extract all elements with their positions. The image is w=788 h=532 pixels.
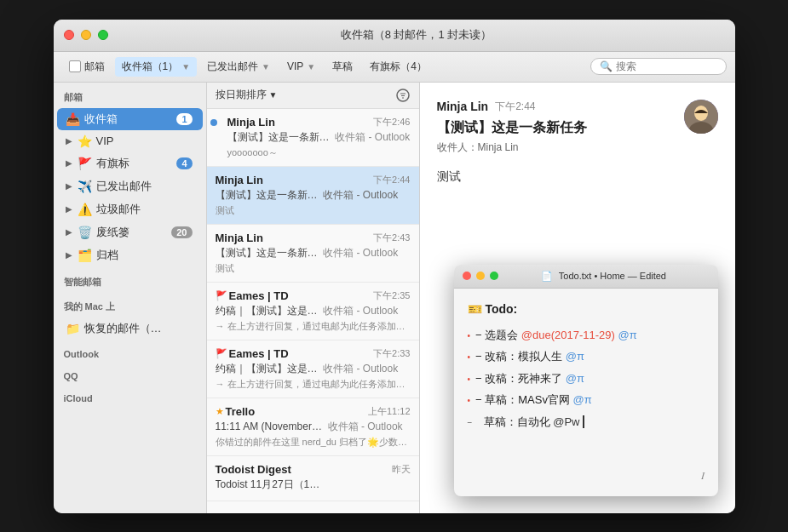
todo-tag-3: @π — [573, 393, 592, 406]
inbox-tab-button[interactable]: 收件箱（1） ▼ — [115, 57, 198, 77]
email-time-0: 下午2:46 — [373, 116, 410, 129]
sent-button[interactable]: 已发出邮件 ▼ — [200, 57, 277, 77]
draft-button[interactable]: 草稿 — [325, 57, 359, 77]
todo-text-2: − 改稿：死神来了 @π — [475, 369, 584, 388]
vip-button[interactable]: VIP ▼ — [280, 58, 322, 75]
flag-indicator-4: 🚩 — [216, 348, 227, 359]
todo-title: 🎫 Todo: — [468, 299, 705, 320]
floating-title-text: Todo.txt • Home — Edited — [559, 271, 666, 281]
email-item-1[interactable]: Minja Lin 下午2:44 【测试】这是一条新… 收件箱 - Outloo… — [207, 167, 419, 225]
junk-disclosure-icon: ▶ — [66, 204, 72, 214]
todo-bullet-3: • — [468, 393, 471, 409]
sent-label: 已发出邮件 — [207, 60, 258, 74]
floating-titlebar: 📄 Todo.txt • Home — Edited — [454, 265, 718, 289]
vip-chevron-icon: ▼ — [307, 62, 315, 72]
close-button[interactable] — [64, 30, 74, 40]
mailbox-checkbox — [69, 60, 81, 72]
floating-minimize-button[interactable] — [476, 272, 485, 280]
cursor-position: 𝐼 — [701, 470, 705, 482]
sidebar-section-mac: 我的 Mac 上 — [54, 292, 206, 317]
email-sender-4: Eames | TD — [229, 347, 374, 360]
email-item-4[interactable]: 🚩 Eames | TD 下午2:33 约稿｜【测试】这是… 收件箱 - Out… — [207, 340, 419, 398]
minimize-button[interactable] — [81, 30, 91, 40]
email-preview-2: 测试 — [216, 262, 411, 275]
detail-subject: 【测试】这是一条新任务 — [437, 119, 684, 137]
vip-disclosure-icon: ▶ — [66, 136, 72, 146]
maximize-button[interactable] — [98, 30, 108, 40]
filter-icon[interactable] — [395, 88, 411, 103]
flag-icon: 🚩 — [78, 157, 91, 170]
email-time-1: 下午2:44 — [373, 174, 410, 186]
email-subject-3: 约稿｜【测试】这是… 收件箱 - Outlook — [216, 304, 411, 318]
flagged-button[interactable]: 有旗标（4） — [363, 57, 434, 77]
sidebar-vip-label: VIP — [96, 134, 114, 147]
text-cursor — [579, 415, 584, 428]
sidebar-item-sent[interactable]: ▶ ✈️ 已发出邮件 — [57, 175, 203, 197]
sidebar-section-outlook: Outlook — [54, 340, 206, 363]
todo-due-0: @due(2017-11-29) — [521, 329, 615, 341]
email-subject-1: 【测试】这是一条新… 收件箱 - Outlook — [216, 188, 411, 203]
sidebar-item-recovered[interactable]: 📁 恢复的邮件（… — [57, 317, 203, 340]
traffic-lights — [64, 30, 108, 40]
sidebar-item-trash[interactable]: ▶ 🗑️ 废纸篓 20 — [57, 221, 203, 243]
email-preview-1: 测试 — [216, 204, 411, 217]
sort-button[interactable]: 按日期排序 ▼ — [216, 88, 278, 102]
sidebar-section-mailbox: 邮箱 — [54, 83, 206, 107]
email-sender-2: Minja Lin — [216, 232, 374, 244]
folder-icon: 📁 — [66, 322, 79, 335]
email-item-0[interactable]: Minja Lin 下午2:46 【测试】这是一条新… 收件箱 - Outloo… — [207, 109, 419, 167]
sidebar-flagged-label: 有旗标 — [96, 156, 129, 171]
sort-chevron-icon: ▼ — [269, 90, 278, 100]
email-body-text: 测试 — [437, 167, 718, 186]
search-input[interactable] — [616, 60, 718, 72]
email-body: 测试 — [437, 167, 718, 186]
avatar-image — [684, 100, 718, 134]
floating-maximize-button[interactable] — [490, 272, 498, 280]
todo-item-2: • − 改稿：死神来了 @π — [468, 369, 705, 388]
trash-icon: 🗑️ — [78, 226, 91, 239]
sidebar-item-junk[interactable]: ▶ ⚠️ 垃圾邮件 — [57, 198, 203, 220]
floating-close-button[interactable] — [463, 272, 471, 280]
todo-cursor-text: @Pw — [553, 415, 584, 428]
sidebar-section-qq: QQ — [54, 363, 206, 385]
sent-disclosure-icon: ▶ — [66, 181, 72, 191]
archive-icon: 🗂️ — [78, 249, 91, 262]
todo-item-4: − 草稿：自动化 @Pw — [468, 412, 705, 432]
sidebar-item-flagged[interactable]: ▶ 🚩 有旗标 4 — [57, 152, 203, 174]
sidebar-section-smart: 智能邮箱 — [54, 267, 206, 292]
trash-disclosure-icon: ▶ — [66, 227, 72, 237]
sidebar-recovered-label: 恢复的邮件（… — [84, 321, 162, 336]
todo-window: 📄 Todo.txt • Home — Edited 🎫 Todo: • − 选… — [454, 265, 718, 496]
email-preview-4: → 在上方进行回复，通过电邮为此任务添加一条评论 ← Eames给您分配了… — [216, 378, 411, 391]
email-time-2: 下午2:43 — [373, 232, 410, 244]
email-item-2[interactable]: Minja Lin 下午2:43 【测试】这是一条新… 收件箱 - Outloo… — [207, 225, 419, 283]
inbox-icon: 📥 — [66, 112, 79, 126]
inbox-label: 收件箱（1） — [122, 60, 179, 74]
detail-sender-name: Minja Lin — [437, 100, 489, 113]
trash-badge: 20 — [171, 226, 192, 238]
email-item-5[interactable]: ★ Trello 上午11:12 11:11 AM (November… 收件箱… — [207, 398, 419, 456]
floating-window-title: 📄 Todo.txt • Home — Edited — [498, 271, 710, 282]
floating-body[interactable]: 🎫 Todo: • − 选题会 @due(2017-11-29) @π • − … — [454, 289, 718, 496]
sidebar-item-vip[interactable]: ▶ ⭐ VIP — [57, 131, 203, 152]
email-header-2: Minja Lin 下午2:43 — [216, 232, 411, 244]
todo-item-0: • − 选题会 @due(2017-11-29) @π — [468, 325, 705, 345]
search-box[interactable]: 🔍 — [590, 58, 727, 75]
mailbox-button[interactable]: 邮箱 — [62, 57, 112, 77]
email-sender-6: Todoist Digest — [216, 463, 392, 476]
email-preview-0: yooooooo～ — [216, 146, 411, 159]
email-sender-5: Trello — [226, 405, 368, 418]
email-time-3: 下午2:35 — [373, 289, 410, 302]
detail-to: 收件人：Minja Lin — [437, 140, 684, 155]
sidebar-sent-label: 已发出邮件 — [96, 179, 152, 194]
floating-traffic-lights — [463, 272, 498, 280]
sidebar-item-archive[interactable]: ▶ 🗂️ 归档 — [57, 244, 203, 266]
email-list-header: 按日期排序 ▼ — [207, 83, 419, 109]
email-header-0: Minja Lin 下午2:46 — [216, 116, 411, 129]
email-item-3[interactable]: 🚩 Eames | TD 下午2:35 约稿｜【测试】这是… 收件箱 - Out… — [207, 283, 419, 340]
sidebar-item-inbox[interactable]: 📥 收件箱 1 — [57, 108, 203, 130]
email-item-6[interactable]: Todoist Digest 昨天 Todoist 11月27日（1… — [207, 456, 419, 501]
email-sender-0: Minja Lin — [216, 116, 374, 129]
sidebar-trash-label: 废纸篓 — [96, 225, 129, 240]
file-icon: 📄 — [541, 271, 553, 281]
